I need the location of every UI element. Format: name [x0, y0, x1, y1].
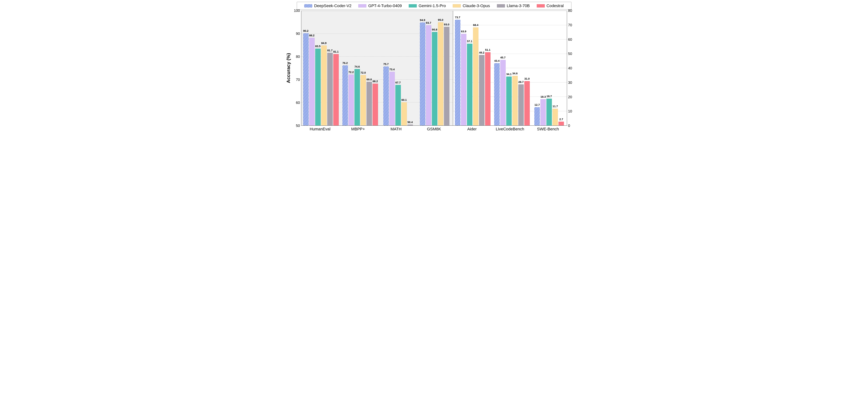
legend-label: DeepSeek-Coder-V2 [314, 3, 351, 8]
bar-group: 94.993.790.895.093.0 [416, 11, 453, 125]
bar-value-label: 73.7 [455, 16, 460, 19]
bar-value-label: 69.0 [367, 78, 372, 81]
bar-value-label: 2.7 [559, 118, 563, 121]
bar: 81.1 [333, 54, 339, 125]
bar: 68.2 [373, 84, 378, 125]
x-tick: HumanEval [301, 126, 339, 131]
legend-item: GPT-4-Turbo-0409 [358, 3, 402, 8]
bar: 90.8 [432, 32, 437, 125]
bar-value-label: 31.0 [524, 77, 530, 80]
legend-swatch [497, 4, 505, 7]
bar: 83.5 [315, 49, 321, 125]
bar-group: 73.763.957.168.449.251.1 [453, 11, 492, 125]
bar-value-label: 74.6 [354, 65, 360, 68]
bar: 49.2 [479, 55, 485, 125]
bar-value-label: 51.1 [485, 48, 490, 51]
bar-value-label: 60.1 [401, 98, 407, 101]
bar-value-label: 18.3 [540, 95, 546, 98]
bar: 2.7 [558, 122, 564, 125]
bar-value-label: 63.9 [461, 30, 466, 33]
y-tick: 50 [568, 52, 572, 56]
y-tick: 60 [296, 101, 300, 105]
bar-value-label: 57.1 [467, 40, 472, 43]
bar: 73.4 [389, 72, 395, 125]
y-tick: 100 [294, 8, 300, 13]
y-tick: 40 [568, 66, 572, 70]
legend-swatch [304, 4, 312, 7]
bar-value-label: 88.2 [309, 34, 314, 37]
x-tick: MBPP+ [339, 126, 377, 131]
bar: 94.9 [420, 23, 425, 125]
y-axis-label: Accuracy (%) [285, 53, 291, 83]
bar-value-label: 11.7 [553, 105, 558, 108]
y-tick: 0 [568, 124, 570, 128]
bar: 67.7 [395, 85, 401, 125]
right-panel: 73.763.957.168.449.251.143.445.734.134.6… [453, 10, 567, 126]
legend-swatch [358, 4, 366, 7]
bar: 50.4 [407, 125, 413, 125]
bar-value-label: 72.2 [348, 70, 354, 73]
bar: 18.3 [540, 99, 546, 125]
bar-value-label: 94.9 [420, 19, 425, 22]
y-tick: 20 [568, 95, 572, 99]
y-tick: 70 [568, 23, 572, 27]
bar-value-label: 81.7 [327, 49, 333, 52]
bar-value-label: 83.5 [315, 44, 320, 48]
y-tick: 70 [296, 77, 300, 82]
bar: 95.0 [438, 22, 443, 125]
bar: 45.7 [500, 60, 506, 125]
bar: 74.6 [354, 69, 360, 125]
legend: DeepSeek-Coder-V2GPT-4-Turbo-0409Gemini-… [297, 2, 571, 9]
legend-swatch [409, 4, 417, 7]
bar-group: 90.288.283.584.981.781.1 [301, 11, 341, 125]
legend-item: Gemini-1.5-Pro [409, 3, 446, 8]
bar-value-label: 84.9 [321, 41, 327, 44]
bar-value-label: 81.1 [333, 50, 339, 53]
bar-value-label: 90.2 [303, 29, 308, 32]
left-panel: 90.288.283.584.981.781.176.272.274.672.0… [301, 10, 453, 126]
bar: 69.0 [367, 82, 372, 125]
bar: 11.7 [552, 109, 558, 125]
bar: 51.1 [485, 52, 491, 125]
legend-label: Codestral [547, 3, 564, 8]
y-tick: 10 [568, 109, 572, 114]
bar-value-label: 28.7 [518, 80, 524, 84]
y-axis-right: 01020304050607080 [567, 10, 577, 126]
bar-value-label: 12.7 [534, 103, 540, 106]
bar: 90.2 [303, 33, 309, 125]
legend-label: Llama-3-70B [507, 3, 530, 8]
y-tick: 80 [296, 55, 300, 59]
bar: 73.7 [455, 20, 460, 125]
y-tick: 60 [568, 37, 572, 41]
bar-value-label: 73.4 [389, 68, 395, 71]
legend-label: Claude-3-Opus [463, 3, 490, 8]
bar-value-label: 93.0 [444, 23, 449, 26]
bar-value-label: 34.6 [512, 72, 518, 75]
plot-area: Accuracy (%) 5060708090100 90.288.283.58… [292, 10, 577, 126]
bar: 34.6 [512, 76, 518, 125]
bar-value-label: 76.2 [342, 61, 348, 64]
bar: 88.2 [309, 38, 315, 125]
y-tick: 90 [296, 32, 300, 36]
y-tick: 50 [296, 124, 300, 128]
bar-value-label: 18.7 [547, 95, 552, 98]
bar-value-label: 68.4 [473, 23, 478, 27]
bar: 76.2 [342, 65, 348, 125]
bar: 93.0 [444, 27, 450, 125]
bar-value-label: 45.7 [500, 56, 505, 59]
bar-group: 43.445.734.134.628.731.0 [492, 11, 532, 125]
bar-value-label: 67.7 [395, 81, 401, 84]
legend-label: Gemini-1.5-Pro [418, 3, 446, 8]
bar: 60.1 [401, 102, 407, 125]
bar: 57.1 [467, 44, 472, 125]
bar: 31.0 [524, 81, 530, 125]
bar-value-label: 72.0 [361, 71, 366, 74]
bar-value-label: 90.8 [432, 28, 437, 31]
bar-group: 12.718.318.711.72.7 [532, 11, 567, 125]
bar: 75.7 [383, 66, 389, 125]
x-tick: MATH [377, 126, 415, 131]
bar-group: 75.773.467.760.150.4 [380, 11, 416, 125]
x-tick: GSM8K [415, 126, 453, 131]
legend-swatch [537, 4, 545, 7]
bar-chart: DeepSeek-Coder-V2GPT-4-Turbo-0409Gemini-… [292, 2, 577, 131]
